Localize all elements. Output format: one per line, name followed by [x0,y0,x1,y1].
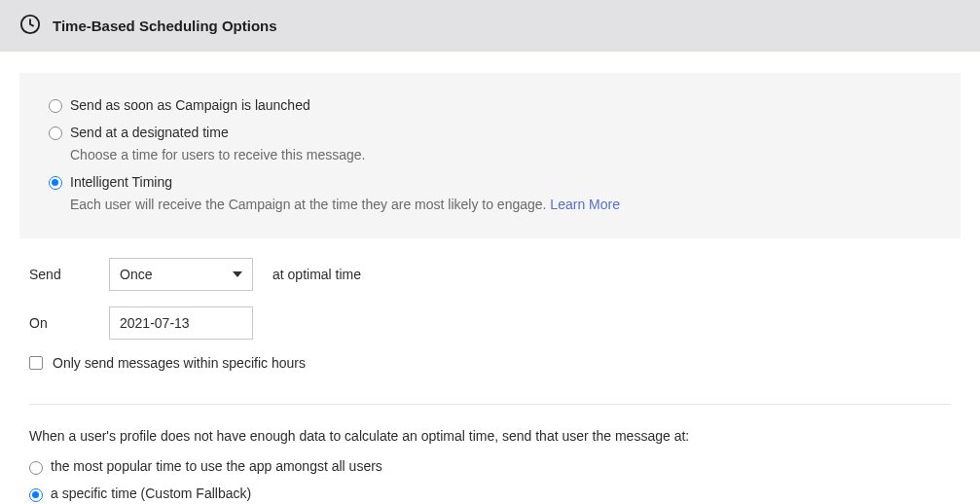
learn-more-link[interactable]: Learn More [550,197,620,212]
send-frequency-value: Once [120,267,152,282]
fallback-prompt: When a user's profile does not have enou… [29,428,951,444]
schedule-type-group: Send as soon as Campaign is launched Sen… [19,73,961,238]
send-suffix: at optimal time [272,267,361,282]
radio-label-intelligent: Intelligent Timing [70,173,620,193]
radio-helper-designated: Choose a time for users to receive this … [70,146,365,165]
radio-designated-time[interactable] [49,126,62,140]
section-title: Time-Based Scheduling Options [53,18,277,34]
radio-intelligent-timing[interactable] [49,176,62,190]
radio-popular-time[interactable] [29,461,43,475]
chevron-down-icon [233,271,242,277]
radio-custom-fallback[interactable] [29,488,43,502]
radio-send-immediately[interactable] [49,99,62,113]
radio-helper-intelligent: Each user will receive the Campaign at t… [70,196,620,215]
radio-label-immediately: Send as soon as Campaign is launched [70,96,310,116]
radio-label-designated: Send at a designated time [70,124,365,143]
send-frequency-select[interactable]: Once [109,258,253,291]
radio-label-custom: a specific time (Custom Fallback) [51,485,251,504]
radio-label-popular: the most popular time to use the app amo… [51,457,382,477]
specific-hours-checkbox[interactable] [29,356,43,370]
on-date-input[interactable]: 2021-07-13 [109,306,253,340]
section-header: Time-Based Scheduling Options [0,0,980,52]
on-label: On [29,315,109,331]
clock-icon [19,14,41,38]
on-date-value: 2021-07-13 [120,315,190,331]
send-label: Send [29,267,109,282]
specific-hours-label: Only send messages within specific hours [53,355,306,371]
